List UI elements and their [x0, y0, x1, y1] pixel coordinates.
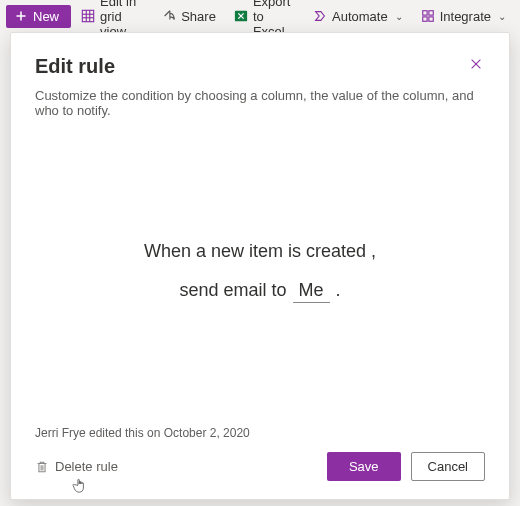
- dialog-subtitle: Customize the condition by choosing a co…: [35, 88, 485, 118]
- share-label: Share: [181, 9, 216, 24]
- svg-rect-11: [429, 17, 433, 21]
- svg-rect-10: [422, 17, 426, 21]
- share-button[interactable]: Share: [154, 5, 224, 28]
- svg-rect-8: [422, 11, 426, 15]
- new-label: New: [33, 9, 59, 24]
- automate-label: Automate: [332, 9, 388, 24]
- excel-icon: [234, 9, 248, 23]
- rule-sentence: When a new item is created , send email …: [35, 118, 485, 426]
- cursor-hand-icon: [71, 475, 93, 497]
- rule-period: .: [336, 280, 341, 301]
- close-button[interactable]: [467, 55, 485, 73]
- chevron-down-icon: ⌄: [498, 11, 506, 22]
- trash-icon: [35, 460, 49, 474]
- cancel-button[interactable]: Cancel: [411, 452, 485, 481]
- svg-rect-1: [17, 15, 26, 17]
- rule-condition-text: When a new item is created ,: [144, 241, 376, 262]
- plus-icon: [14, 9, 28, 23]
- rule-action-prefix: send email to: [179, 280, 286, 301]
- save-button[interactable]: Save: [327, 452, 401, 481]
- integrate-label: Integrate: [440, 9, 491, 24]
- edit-rule-dialog: Edit rule Customize the condition by cho…: [10, 32, 510, 500]
- share-icon: [162, 9, 176, 23]
- dialog-footer: Delete rule Save Cancel: [35, 452, 485, 481]
- chevron-down-icon: ⌄: [395, 11, 403, 22]
- integrate-button[interactable]: Integrate ⌄: [413, 5, 514, 28]
- delete-rule-button[interactable]: Delete rule: [35, 459, 118, 474]
- automate-icon: [313, 9, 327, 23]
- integrate-icon: [421, 9, 435, 23]
- rule-condition-line: When a new item is created ,: [144, 241, 376, 262]
- new-button[interactable]: New: [6, 5, 71, 28]
- automate-button[interactable]: Automate ⌄: [305, 5, 411, 28]
- svg-rect-9: [429, 11, 433, 15]
- recipient-field[interactable]: Me: [293, 280, 330, 303]
- command-bar: New Edit in grid view Share Export to Ex…: [0, 0, 520, 32]
- last-edited-text: Jerri Frye edited this on October 2, 202…: [35, 426, 485, 440]
- delete-rule-label: Delete rule: [55, 459, 118, 474]
- svg-rect-2: [82, 10, 93, 21]
- close-icon: [469, 57, 483, 71]
- dialog-header: Edit rule: [35, 55, 485, 78]
- dialog-title: Edit rule: [35, 55, 115, 78]
- rule-action-line: send email to Me .: [179, 280, 340, 303]
- dialog-actions: Save Cancel: [327, 452, 485, 481]
- grid-icon: [81, 9, 95, 23]
